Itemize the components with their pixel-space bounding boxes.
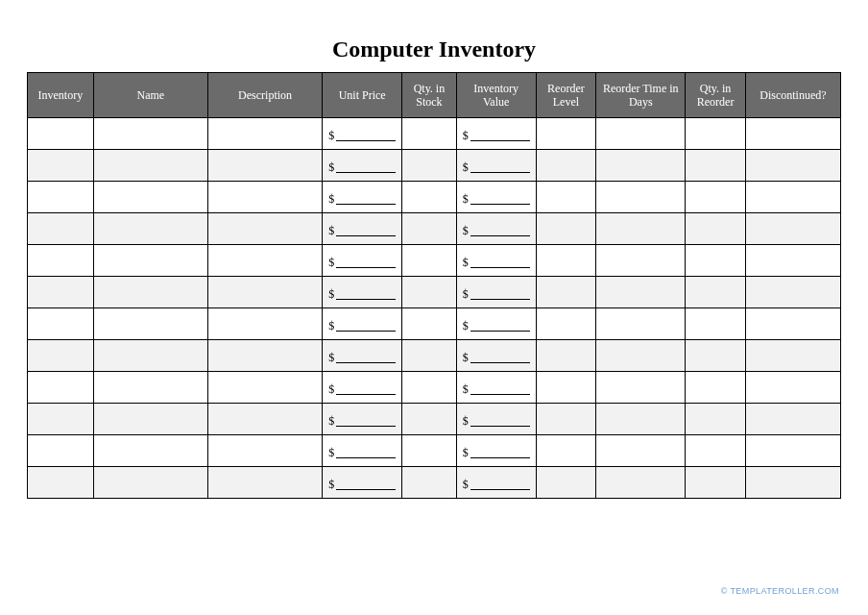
table-cell[interactable]: $ xyxy=(323,435,402,467)
table-cell[interactable] xyxy=(686,245,746,277)
table-cell[interactable] xyxy=(686,340,746,372)
table-cell[interactable] xyxy=(402,308,457,340)
table-cell[interactable] xyxy=(28,435,94,467)
table-cell[interactable] xyxy=(686,182,746,213)
table-cell[interactable] xyxy=(686,150,746,182)
blank-line[interactable] xyxy=(470,362,530,363)
table-cell[interactable] xyxy=(596,118,686,150)
table-cell[interactable] xyxy=(536,182,596,213)
blank-line[interactable] xyxy=(336,457,396,458)
table-cell[interactable] xyxy=(28,182,94,213)
blank-line[interactable] xyxy=(336,394,396,395)
table-cell[interactable] xyxy=(536,277,596,308)
table-cell[interactable] xyxy=(745,245,840,277)
table-cell[interactable] xyxy=(93,213,207,245)
table-cell[interactable] xyxy=(686,467,746,499)
table-cell[interactable] xyxy=(402,150,457,182)
table-cell[interactable] xyxy=(402,277,457,308)
table-cell[interactable]: $ xyxy=(456,118,536,150)
table-cell[interactable] xyxy=(536,245,596,277)
table-cell[interactable] xyxy=(93,404,207,435)
table-cell[interactable] xyxy=(536,150,596,182)
table-cell[interactable]: $ xyxy=(456,277,536,308)
table-cell[interactable] xyxy=(745,372,840,404)
blank-line[interactable] xyxy=(336,362,396,363)
blank-line[interactable] xyxy=(336,299,396,300)
table-cell[interactable] xyxy=(596,150,686,182)
table-cell[interactable] xyxy=(207,340,322,372)
table-cell[interactable] xyxy=(28,308,94,340)
table-cell[interactable] xyxy=(28,277,94,308)
table-cell[interactable] xyxy=(93,467,207,499)
blank-line[interactable] xyxy=(336,235,396,236)
blank-line[interactable] xyxy=(336,204,396,205)
table-cell[interactable] xyxy=(536,404,596,435)
table-cell[interactable] xyxy=(402,435,457,467)
table-cell[interactable] xyxy=(745,404,840,435)
blank-line[interactable] xyxy=(336,267,396,268)
table-cell[interactable] xyxy=(686,308,746,340)
blank-line[interactable] xyxy=(470,457,530,458)
table-cell[interactable]: $ xyxy=(456,150,536,182)
table-cell[interactable] xyxy=(402,118,457,150)
table-cell[interactable] xyxy=(745,150,840,182)
blank-line[interactable] xyxy=(470,299,530,300)
table-cell[interactable] xyxy=(93,118,207,150)
table-cell[interactable] xyxy=(745,340,840,372)
blank-line[interactable] xyxy=(336,140,396,141)
table-cell[interactable] xyxy=(207,404,322,435)
table-cell[interactable]: $ xyxy=(323,467,402,499)
table-cell[interactable] xyxy=(745,467,840,499)
blank-line[interactable] xyxy=(336,489,396,490)
table-cell[interactable]: $ xyxy=(456,467,536,499)
table-cell[interactable] xyxy=(93,340,207,372)
table-cell[interactable] xyxy=(93,182,207,213)
table-cell[interactable] xyxy=(536,118,596,150)
table-cell[interactable] xyxy=(596,435,686,467)
table-cell[interactable]: $ xyxy=(456,340,536,372)
table-cell[interactable] xyxy=(93,435,207,467)
table-cell[interactable] xyxy=(745,308,840,340)
blank-line[interactable] xyxy=(336,172,396,173)
table-cell[interactable] xyxy=(596,404,686,435)
blank-line[interactable] xyxy=(470,267,530,268)
table-cell[interactable] xyxy=(536,340,596,372)
blank-line[interactable] xyxy=(470,489,530,490)
table-cell[interactable]: $ xyxy=(323,277,402,308)
blank-line[interactable] xyxy=(470,331,530,332)
table-cell[interactable]: $ xyxy=(323,308,402,340)
table-cell[interactable] xyxy=(207,150,322,182)
blank-line[interactable] xyxy=(470,394,530,395)
table-cell[interactable] xyxy=(536,213,596,245)
table-cell[interactable] xyxy=(745,182,840,213)
table-cell[interactable] xyxy=(596,213,686,245)
table-cell[interactable] xyxy=(596,467,686,499)
table-cell[interactable] xyxy=(207,435,322,467)
table-cell[interactable] xyxy=(596,245,686,277)
table-cell[interactable] xyxy=(207,245,322,277)
table-cell[interactable] xyxy=(402,213,457,245)
table-cell[interactable] xyxy=(402,182,457,213)
table-cell[interactable]: $ xyxy=(456,308,536,340)
table-cell[interactable] xyxy=(402,372,457,404)
blank-line[interactable] xyxy=(336,426,396,427)
table-cell[interactable] xyxy=(28,467,94,499)
table-cell[interactable] xyxy=(686,118,746,150)
table-cell[interactable] xyxy=(686,372,746,404)
table-cell[interactable]: $ xyxy=(456,435,536,467)
table-cell[interactable]: $ xyxy=(323,118,402,150)
table-cell[interactable]: $ xyxy=(456,245,536,277)
table-cell[interactable]: $ xyxy=(323,245,402,277)
table-cell[interactable] xyxy=(686,435,746,467)
table-cell[interactable] xyxy=(207,308,322,340)
table-cell[interactable] xyxy=(93,245,207,277)
table-cell[interactable] xyxy=(536,308,596,340)
table-cell[interactable] xyxy=(93,277,207,308)
table-cell[interactable] xyxy=(28,118,94,150)
table-cell[interactable] xyxy=(402,404,457,435)
table-cell[interactable] xyxy=(536,372,596,404)
table-cell[interactable]: $ xyxy=(456,213,536,245)
table-cell[interactable] xyxy=(28,150,94,182)
blank-line[interactable] xyxy=(470,172,530,173)
blank-line[interactable] xyxy=(470,204,530,205)
